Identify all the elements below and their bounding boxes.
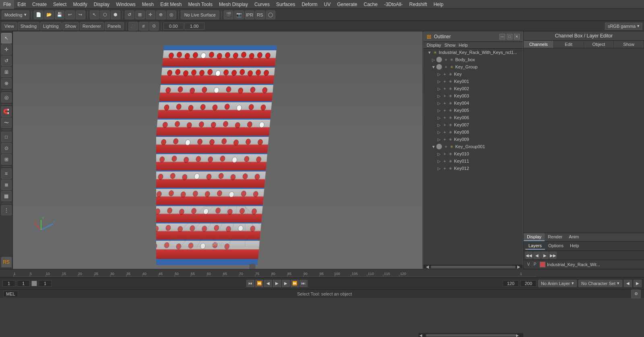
step-back-btn[interactable]: ⏪ [255,280,263,287]
soft-btn[interactable]: ◎ [167,10,176,19]
tree-item-keygroup[interactable]: ▼ + ✳ Key_Group [423,63,523,70]
lasso-btn[interactable]: ⬡ [100,10,110,19]
mode-dropdown[interactable]: Modeling ▾ [2,10,29,19]
menu-mesh-tools[interactable]: Mesh Tools [185,0,216,9]
menu-windows[interactable]: Windows [113,0,139,9]
render-btn[interactable]: 🎬 [224,10,233,19]
show-menu-btn[interactable]: Show [62,22,79,30]
rs-btn[interactable]: RS [255,10,265,19]
layer-render-tab[interactable]: Render [545,233,566,241]
outliner-scroll-right-btn[interactable]: ▶ [516,265,522,269]
tree-item-key001[interactable]: ▷ + ✳ Key001 [423,78,523,85]
layer-prev-btn[interactable]: ◀◀ [525,252,533,259]
layer-prev2-btn[interactable]: ◀ [533,252,541,259]
save-scene-btn[interactable]: 💾 [55,10,64,19]
bbox-btn[interactable]: □ [1,132,12,142]
tree-item-root[interactable]: ▼ ✳ Industrial_Key_Rack_With_Keys_ncl1..… [423,49,523,56]
rotate-tool-btn[interactable]: ↺ [1,56,12,66]
char-set-btn1[interactable]: ◀ [624,280,632,287]
outliner-scroll-thumb[interactable] [431,266,516,268]
mesh-display-btn[interactable]: ⊞ [1,154,12,165]
layer-next-btn[interactable]: ▶ [541,252,549,259]
move-tool-btn[interactable]: ✛ [1,44,12,55]
outliner-show-menu[interactable]: Show [444,43,456,48]
value1-field[interactable]: 0.00 [163,23,184,30]
step-fwd-btn[interactable]: ⏩ [291,280,299,287]
current-frame-field[interactable] [2,280,15,287]
max-end-field[interactable] [520,280,537,287]
menu-file[interactable]: File [0,0,14,9]
value2-field[interactable]: 1.00 [184,23,204,30]
outliner-maximize-btn[interactable]: □ [507,34,512,39]
goto-end-btn[interactable]: ⏭ [299,280,308,287]
shading-menu-btn[interactable]: Shading [18,22,39,30]
select-tool-btn[interactable]: ↖ [1,33,12,43]
isolate2-btn[interactable]: ⊙ [1,143,12,153]
tree-item-key008[interactable]: ▷ + ✳ Key008 [423,128,523,136]
outliner-minimize-btn[interactable]: — [500,34,505,39]
universal-tool-btn[interactable]: ⊕ [1,78,12,89]
tree-item-key[interactable]: ▷ + ✳ Key [423,70,523,78]
panels-menu-btn[interactable]: Panels [105,22,124,30]
menu-modify[interactable]: Modify [70,0,90,9]
redo-btn[interactable]: ↪ [76,10,85,19]
playback-end-field[interactable] [503,280,519,287]
open-scene-btn[interactable]: 📂 [44,10,54,19]
menu-create[interactable]: Create [29,0,50,9]
play-btn[interactable]: ▶ [273,280,281,287]
toggle-btn[interactable]: ≡ [1,168,12,179]
menu-deform[interactable]: Deform [298,0,320,9]
camera-btn[interactable]: 🎥 [128,22,138,31]
tree-expand-keygroup[interactable]: ▼ [431,64,436,70]
menu-help[interactable]: Help [430,0,447,9]
layer-anim-tab[interactable]: Anim [566,233,582,241]
options-subtab[interactable]: Options [545,242,567,250]
circle-btn[interactable]: ◯ [266,10,275,19]
next-frame-btn[interactable]: ▶ [282,280,290,287]
channels-tab[interactable]: Channels [524,41,554,48]
menu-surfaces[interactable]: Surfaces [273,0,298,9]
tree-expand-key[interactable]: ▷ [436,71,442,77]
help-subtab[interactable]: Help [567,242,582,250]
outliner-help-menu[interactable]: Help [459,43,468,48]
tree-item-key002[interactable]: ▷ + ✳ Key002 [423,85,523,92]
outliner-tree-scroll[interactable]: ▼ ✳ Industrial_Key_Rack_With_Keys_ncl1..… [423,49,523,265]
outliner-close-btn[interactable]: ✕ [514,34,520,39]
edit-tab[interactable]: Edit [554,41,584,48]
layer-editor-hscroll[interactable]: ◀ ▶ [419,333,523,337]
menu-generate[interactable]: Generate [334,0,360,9]
tree-item-key006[interactable]: ▷ + ✳ Key006 [423,114,523,121]
prev-frame-btn[interactable]: ◀ [264,280,272,287]
frame-value-field[interactable] [39,280,52,287]
viewport[interactable]: persp Z X Y [13,31,423,269]
menu-edit-mesh[interactable]: Edit Mesh [157,0,185,9]
le-scroll-left[interactable]: ◀ [419,333,426,337]
menu-display[interactable]: Display [91,0,113,9]
le-scroll-thumb[interactable] [426,334,516,337]
anim-layer-selector[interactable]: No Anim Layer ▾ [538,280,577,287]
menu-mesh[interactable]: Mesh [139,0,157,9]
tree-expand-keygroup001[interactable]: ▼ [431,144,436,149]
le-scroll-right[interactable]: ▶ [516,333,522,337]
playback-start-field[interactable] [17,280,30,287]
lighting-menu-btn[interactable]: Lighting [40,22,62,30]
new-scene-btn[interactable]: 📄 [34,10,43,19]
tree-expand-root[interactable]: ▼ [427,50,432,55]
tree-item-key012[interactable]: ▷ + ✳ Key012 [423,165,523,172]
menu-cache[interactable]: Cache [360,0,381,9]
menu-edit[interactable]: Edit [14,0,29,9]
tree-item-key010[interactable]: ▷ + ✳ Key010 [423,150,523,157]
tree-item-bodybox[interactable]: ▷ + ✳ Body_box [423,56,523,63]
scale-tool-btn[interactable]: ⊞ [1,67,12,77]
srgb-selector[interactable]: sRGB gamma ▾ [605,23,642,30]
snap-btn[interactable]: 🧲 [1,106,12,117]
snapshot-btn[interactable]: 📷 [234,10,244,19]
char-set-btn2[interactable]: ▶ [634,280,642,287]
move-btn[interactable]: ✛ [146,10,155,19]
tree-item-key009[interactable]: ▷ + ✳ Key009 [423,136,523,143]
mel-indicator[interactable]: MEL [3,291,18,297]
paint-btn[interactable]: ⬢ [111,10,120,19]
scale-btn[interactable]: ⊞ [135,10,145,19]
tree-expand2-keygroup[interactable]: + [443,64,449,70]
tree-expand2-key[interactable]: + [442,71,448,77]
